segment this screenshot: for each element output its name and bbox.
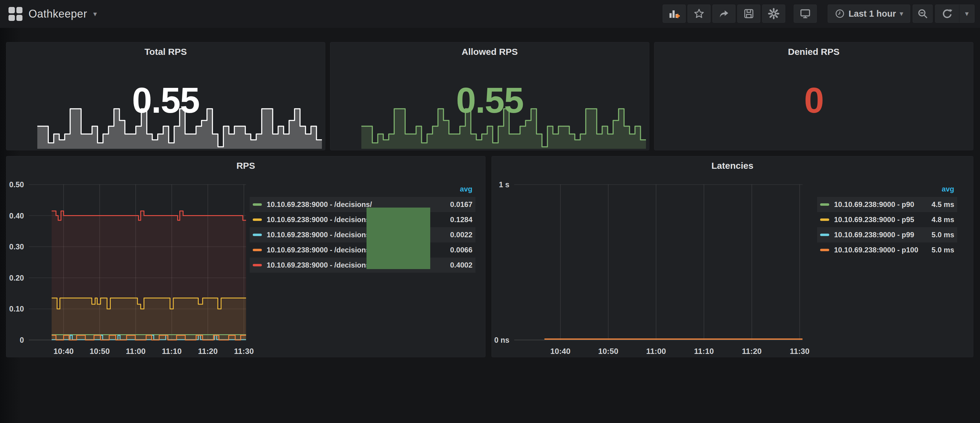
panel-latencies-graph: Latencies 10:4010:5011:0011:1011:2011:30… xyxy=(492,156,973,357)
legend-avg-value: 0.0167 xyxy=(450,200,473,209)
green-overlay-box xyxy=(366,208,430,269)
dashboard-title[interactable]: Oathkeeper xyxy=(29,8,87,20)
svg-text:11:00: 11:00 xyxy=(126,347,146,356)
cycle-view-mode-button[interactable] xyxy=(794,5,817,23)
svg-text:0: 0 xyxy=(20,336,24,344)
settings-button[interactable] xyxy=(762,5,785,23)
legend-avg-value: 5.0 ms xyxy=(931,246,954,254)
panel-allowed-rps: Allowed RPS 0.55 xyxy=(330,42,649,150)
legend-avg-header: avg xyxy=(817,181,957,197)
series-color-swatch-icon[interactable] xyxy=(820,249,829,251)
legend-row[interactable]: 10.10.69.238:9000 - /decisions/0.4002 xyxy=(250,258,476,273)
time-range-caret-icon: ▾ xyxy=(900,10,903,17)
series-color-swatch-icon[interactable] xyxy=(253,219,262,221)
panel-title[interactable]: Total RPS xyxy=(6,47,325,57)
refresh-caret-icon: ▾ xyxy=(965,10,969,17)
legend-series-label[interactable]: 10.10.69.238:9000 - p100 xyxy=(834,246,918,254)
legend-series-label[interactable]: 10.10.69.238:9000 - /decisions/ xyxy=(267,200,372,209)
panel-denied-rps: Denied RPS 0 xyxy=(654,42,973,150)
zoom-out-button[interactable] xyxy=(913,5,933,23)
legend-row[interactable]: 10.10.69.238:9000 - p995.0 ms xyxy=(817,227,957,242)
svg-text:11:20: 11:20 xyxy=(198,347,218,356)
navbar: Oathkeeper ▾ xyxy=(0,0,980,28)
latencies-chart[interactable]: 10:4010:5011:0011:1011:2011:300 ns1 s xyxy=(492,180,813,362)
time-range-label: Last 1 hour xyxy=(849,9,896,19)
legend-series-label[interactable]: 10.10.69.238:9000 - p99 xyxy=(834,231,914,239)
series-color-swatch-icon[interactable] xyxy=(253,264,262,266)
refresh-button[interactable] xyxy=(935,5,959,22)
clock-icon xyxy=(835,8,845,19)
svg-text:0.40: 0.40 xyxy=(9,211,24,220)
refresh-interval-dropdown[interactable]: ▾ xyxy=(959,5,974,22)
panel-title[interactable]: Denied RPS xyxy=(654,47,973,57)
legend-avg-value: 4.8 ms xyxy=(931,215,954,224)
refresh-icon xyxy=(941,8,953,20)
legend-row[interactable]: 10.10.69.238:9000 - /decisions/0.1284 xyxy=(250,212,476,227)
legend-row[interactable]: 10.10.69.238:9000 - /decisions/0.0022 xyxy=(250,227,476,242)
svg-text:0.50: 0.50 xyxy=(9,180,24,189)
series-color-swatch-icon[interactable] xyxy=(820,219,829,221)
legend-series-label[interactable]: 10.10.69.238:9000 - p95 xyxy=(834,215,914,224)
svg-text:11:00: 11:00 xyxy=(646,347,666,356)
legend-avg-value: 0.0066 xyxy=(450,246,473,254)
svg-text:10:40: 10:40 xyxy=(550,347,571,356)
panel-title[interactable]: RPS xyxy=(6,161,485,171)
series-color-swatch-icon[interactable] xyxy=(253,203,262,206)
svg-text:0.30: 0.30 xyxy=(9,242,24,251)
dashboards-grid-icon[interactable] xyxy=(8,7,22,21)
favorite-button[interactable] xyxy=(687,5,711,23)
legend-avg-value: 4.5 ms xyxy=(931,200,954,209)
svg-text:11:20: 11:20 xyxy=(742,347,762,356)
refresh-split-button: ▾ xyxy=(935,5,975,23)
save-button[interactable] xyxy=(737,5,760,23)
svg-text:0.20: 0.20 xyxy=(9,274,24,282)
legend-series-label[interactable]: 10.10.69.238:9000 - /decisions/ xyxy=(267,261,372,269)
series-color-swatch-icon[interactable] xyxy=(253,249,262,251)
svg-text:10:40: 10:40 xyxy=(53,347,74,356)
svg-text:1 s: 1 s xyxy=(499,180,509,189)
panel-total-rps: Total RPS 0.55 xyxy=(6,42,325,150)
legend-row[interactable]: 10.10.69.238:9000 - p954.8 ms xyxy=(817,212,957,227)
series-color-swatch-icon[interactable] xyxy=(820,234,829,236)
save-icon xyxy=(743,8,755,20)
zoom-out-icon xyxy=(916,8,929,20)
gear-icon xyxy=(768,8,780,20)
legend-avg-value: 0.0022 xyxy=(450,231,473,239)
share-icon xyxy=(718,8,730,20)
svg-text:11:30: 11:30 xyxy=(790,347,810,356)
legend-avg-value: 0.4002 xyxy=(450,261,473,269)
sparkline xyxy=(361,108,646,149)
sparkline xyxy=(37,108,322,149)
rps-legend: avg10.10.69.238:9000 - /decisions/0.0167… xyxy=(250,181,476,273)
svg-text:10:50: 10:50 xyxy=(89,347,110,356)
add-panel-button[interactable] xyxy=(663,5,686,23)
svg-text:0.10: 0.10 xyxy=(9,304,24,313)
monitor-icon xyxy=(799,8,811,20)
svg-text:11:10: 11:10 xyxy=(162,347,182,356)
share-button[interactable] xyxy=(713,5,735,23)
legend-series-label[interactable]: 10.10.69.238:9000 - /decisions/ xyxy=(267,246,372,254)
panel-title[interactable]: Latencies xyxy=(492,161,973,171)
legend-series-label[interactable]: 10.10.69.238:9000 - p90 xyxy=(834,200,914,209)
latencies-legend: avg10.10.69.238:9000 - p904.5 ms10.10.69… xyxy=(817,181,957,258)
series-color-swatch-icon[interactable] xyxy=(253,234,262,236)
rps-chart[interactable]: 10:4010:5011:0011:1011:2011:3000.100.200… xyxy=(6,180,258,362)
legend-series-label[interactable]: 10.10.69.238:9000 - /decisions/ xyxy=(267,231,372,239)
star-icon xyxy=(693,8,705,20)
dashboard-title-caret-icon[interactable]: ▾ xyxy=(93,10,97,17)
legend-avg-value: 5.0 ms xyxy=(931,231,954,239)
time-range-picker[interactable]: Last 1 hour ▾ xyxy=(828,5,910,23)
legend-row[interactable]: 10.10.69.238:9000 - p904.5 ms xyxy=(817,197,957,212)
legend-avg-value: 0.1284 xyxy=(450,215,473,224)
legend-row[interactable]: 10.10.69.238:9000 - p1005.0 ms xyxy=(817,242,957,258)
legend-row[interactable]: 10.10.69.238:9000 - /decisions/0.0066 xyxy=(250,242,476,258)
svg-text:0 ns: 0 ns xyxy=(494,336,509,344)
svg-text:10:50: 10:50 xyxy=(598,347,618,356)
svg-text:11:30: 11:30 xyxy=(234,347,254,356)
legend-series-label[interactable]: 10.10.69.238:9000 - /decisions/ xyxy=(267,215,372,224)
svg-text:11:10: 11:10 xyxy=(694,347,714,356)
add-panel-icon xyxy=(668,8,680,20)
panel-title[interactable]: Allowed RPS xyxy=(331,47,649,57)
legend-row[interactable]: 10.10.69.238:9000 - /decisions/0.0167 xyxy=(250,197,476,212)
series-color-swatch-icon[interactable] xyxy=(820,203,829,206)
